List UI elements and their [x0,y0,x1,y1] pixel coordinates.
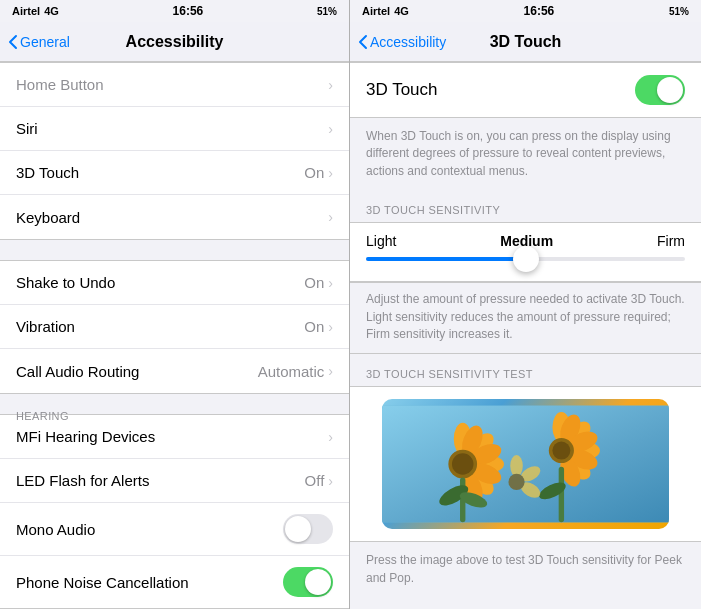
settings-group-top: Home Button › Siri › 3D Touch On› Keyboa… [0,62,349,240]
test-image[interactable] [382,399,669,529]
item-label: Vibration [16,318,75,335]
value-text: Off [305,472,325,489]
back-button-right[interactable]: Accessibility [358,34,446,50]
chevron-icon: › [328,121,333,137]
svg-rect-1 [382,406,669,523]
status-right-left: 51% [317,6,337,17]
mono-audio-toggle[interactable] [283,514,333,544]
chevron-left-icon-left [8,34,18,50]
battery-right: 51% [669,6,689,17]
nav-title-right: 3D Touch [490,33,562,51]
time-left: 16:56 [173,4,204,18]
settings-group-hearing: MFi Hearing Devices › LED Flash for Aler… [0,414,349,609]
list-item[interactable]: Home Button › [0,63,349,107]
item-label: 3D Touch [16,164,79,181]
value-text: Automatic [258,363,325,380]
chevron-left-icon-right [358,34,368,50]
nav-bar-left: General Accessibility [0,22,349,62]
item-right [283,567,333,597]
network-right: 4G [394,5,409,17]
svg-point-22 [552,442,570,460]
touch-toggle-row[interactable]: 3D Touch [350,62,701,118]
item-label: Mono Audio [16,521,95,538]
chevron-icon: › [328,473,333,489]
label-light: Light [366,233,396,249]
item-right: On› [304,274,333,291]
value-text: On [304,164,324,181]
item-right: Off› [305,472,333,489]
item-right: › [328,121,333,137]
svg-point-30 [508,474,524,490]
touch-description: When 3D Touch is on, you can press on th… [350,118,701,190]
status-bar-right: Airtel 4G 16:56 51% [350,0,701,22]
battery-left: 51% [317,6,337,17]
item-label: MFi Hearing Devices [16,428,155,445]
value-text: On [304,274,324,291]
item-label: Keyboard [16,209,80,226]
carrier-right: Airtel [362,5,390,17]
item-label: Siri [16,120,38,137]
chevron-icon: › [328,429,333,445]
phone-noise-toggle[interactable] [283,567,333,597]
3d-touch-toggle[interactable] [635,75,685,105]
left-phone: Airtel 4G 16:56 51% General Accessibilit… [0,0,350,609]
chevron-icon: › [328,275,333,291]
list-item-mono-audio[interactable]: Mono Audio [0,503,349,556]
sensitivity-section: 3D TOUCH SENSITIVITY Light Medium Firm A… [350,190,701,353]
sensitivity-header: 3D TOUCH SENSITIVITY [350,190,701,222]
flower-image-svg [382,399,669,529]
chevron-icon: › [328,363,333,379]
slider-thumb[interactable] [513,246,539,272]
list-item-phone-noise[interactable]: Phone Noise Cancellation [0,556,349,608]
sensitivity-slider-container [350,251,701,271]
list-item-shake-to-undo[interactable]: Shake to Undo On› [0,261,349,305]
settings-content-right: 3D Touch When 3D Touch is on, you can pr… [350,62,701,609]
item-right: On› [304,318,333,335]
chevron-icon: › [328,165,333,181]
chevron-icon: › [328,77,333,93]
list-item-led-flash[interactable]: LED Flash for Alerts Off› [0,459,349,503]
back-label-right: Accessibility [370,34,446,50]
status-right-right: 51% [669,6,689,17]
item-right: › [328,77,333,93]
time-right: 16:56 [524,4,555,18]
svg-rect-23 [559,467,564,523]
list-item-3d-touch[interactable]: 3D Touch On› [0,151,349,195]
settings-group-mid: Shake to Undo On› Vibration On› Call Aud… [0,260,349,394]
chevron-icon: › [328,319,333,335]
item-label: Phone Noise Cancellation [16,574,189,591]
slider-track[interactable] [366,257,685,261]
svg-point-11 [452,454,474,476]
item-right: › [328,209,333,225]
list-item[interactable]: Siri › [0,107,349,151]
status-left-right: Airtel 4G [362,5,409,17]
item-right: Automatic› [258,363,333,380]
item-right [283,514,333,544]
list-item-keyboard[interactable]: Keyboard › [0,195,349,239]
settings-content-left: Home Button › Siri › 3D Touch On› Keyboa… [0,62,349,609]
label-firm: Firm [657,233,685,249]
chevron-icon: › [328,209,333,225]
slider-fill [366,257,526,261]
nav-title-left: Accessibility [126,33,224,51]
section-space-1 [0,240,349,260]
back-label-left: General [20,34,70,50]
network-left: 4G [44,5,59,17]
carrier-left: Airtel [12,5,40,17]
svg-point-27 [510,455,523,477]
right-phone: Airtel 4G 16:56 51% Accessibility 3D Tou… [350,0,701,609]
test-header: 3D TOUCH SENSITIVITY TEST [350,353,701,386]
back-button-left[interactable]: General [8,34,70,50]
test-description: Press the image above to test 3D Touch s… [350,542,701,597]
item-label: Shake to Undo [16,274,115,291]
list-item-call-audio[interactable]: Call Audio Routing Automatic› [0,349,349,393]
item-label: Call Audio Routing [16,363,139,380]
list-item-vibration[interactable]: Vibration On› [0,305,349,349]
status-bar-left: Airtel 4G 16:56 51% [0,0,349,22]
sensitivity-description: Adjust the amount of pressure needed to … [350,282,701,353]
status-left: Airtel 4G [12,5,59,17]
value-text: On [304,318,324,335]
section-space-2: HEARING [0,394,349,414]
item-right: On› [304,164,333,181]
item-label: Home Button [16,76,104,93]
